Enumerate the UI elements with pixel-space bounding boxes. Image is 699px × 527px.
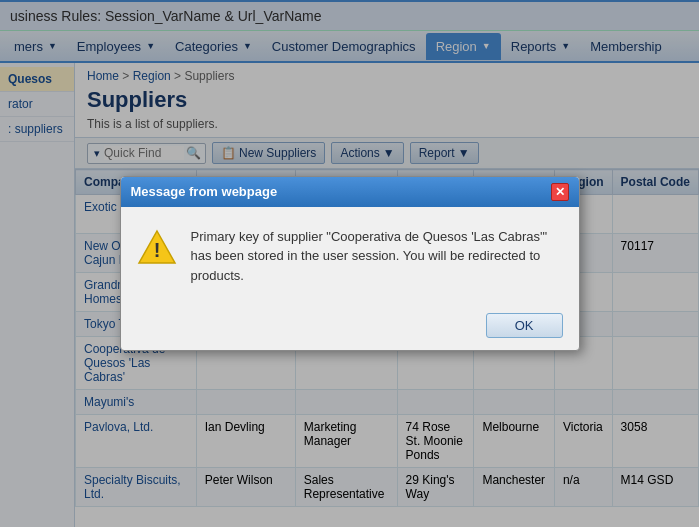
modal-title-bar: Message from webpage ✕: [121, 177, 579, 207]
modal-close-button[interactable]: ✕: [551, 183, 569, 201]
modal-body: ! Primary key of supplier "Cooperativa d…: [121, 207, 579, 306]
svg-text:!: !: [153, 239, 160, 261]
modal-dialog: Message from webpage ✕ ! Primary key of …: [120, 176, 580, 352]
ok-button[interactable]: OK: [486, 313, 563, 338]
modal-footer: OK: [121, 305, 579, 350]
warning-icon: !: [137, 227, 177, 267]
modal-title: Message from webpage: [131, 184, 278, 199]
modal-overlay: Message from webpage ✕ ! Primary key of …: [0, 0, 699, 527]
modal-message: Primary key of supplier "Cooperativa de …: [191, 227, 563, 286]
